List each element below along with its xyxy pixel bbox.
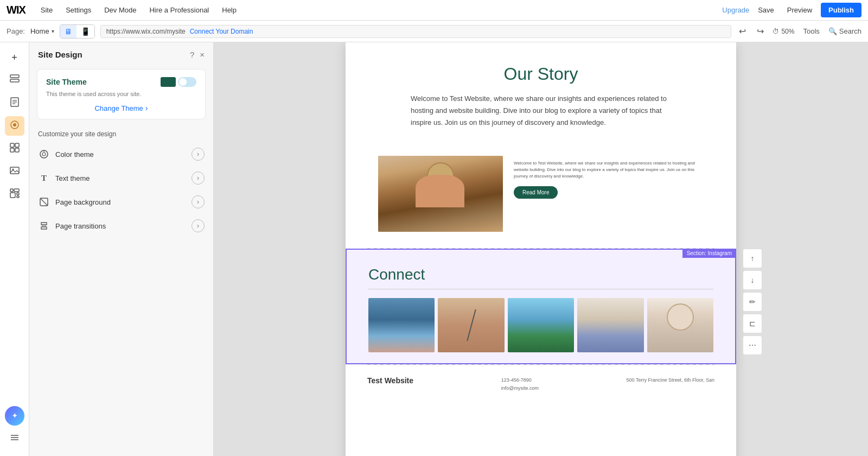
tools-button[interactable]: Tools bbox=[801, 26, 821, 36]
nav-devmode[interactable]: Dev Mode bbox=[102, 6, 138, 14]
apps-button[interactable] bbox=[5, 139, 24, 159]
pencil-icon: ✏ bbox=[749, 297, 756, 306]
layers-button[interactable] bbox=[5, 429, 24, 448]
svg-rect-18 bbox=[17, 196, 19, 198]
site-theme-description: This theme is used across your site. bbox=[46, 90, 196, 98]
mobile-device-button[interactable]: 📱 bbox=[76, 25, 94, 38]
publish-button[interactable]: Publish bbox=[821, 3, 861, 17]
page-name: Home bbox=[30, 27, 49, 35]
svg-marker-28 bbox=[41, 227, 47, 229]
story-text: Welcome to Test Website, where we share … bbox=[411, 93, 671, 129]
site-theme-header: Site Theme bbox=[46, 77, 196, 87]
svg-rect-8 bbox=[10, 143, 14, 147]
instagram-section: Connect bbox=[346, 249, 736, 364]
connect-domain-link[interactable]: Connect Your Domain bbox=[190, 28, 253, 35]
clock-icon: ⏱ bbox=[773, 28, 779, 35]
page-background-option[interactable]: Page background › bbox=[29, 190, 213, 214]
media-button[interactable] bbox=[5, 162, 24, 181]
page-transitions-option[interactable]: Page transitions › bbox=[29, 214, 213, 238]
instagram-section-wrapper: Section: Instagram Connect bbox=[346, 249, 736, 364]
text-theme-label: Text theme bbox=[55, 174, 90, 182]
widgets-icon bbox=[10, 188, 20, 200]
read-more-button[interactable]: Read More bbox=[514, 186, 558, 199]
page-transitions-icon bbox=[38, 220, 50, 232]
svg-rect-17 bbox=[17, 193, 19, 195]
ai-icon: ✦ bbox=[12, 412, 17, 420]
color-theme-option[interactable]: Color theme › bbox=[29, 142, 213, 166]
ai-assistant-button[interactable]: ✦ bbox=[5, 406, 24, 426]
theme-toggle[interactable] bbox=[161, 77, 196, 87]
instagram-photo-5 bbox=[647, 298, 713, 352]
theme-color-swatch bbox=[161, 77, 176, 87]
search-label: Search bbox=[839, 27, 861, 35]
footer-address: 500 Terry Francine Street, 6th Floor, Sa… bbox=[627, 376, 714, 392]
chevron-right-icon: › bbox=[145, 104, 148, 112]
icon-sidebar: + bbox=[0, 42, 29, 456]
search-button[interactable]: 🔍 Search bbox=[828, 27, 861, 35]
change-theme-link[interactable]: Change Theme › bbox=[46, 104, 196, 112]
nav-settings[interactable]: Settings bbox=[63, 6, 93, 14]
canvas-right-controls: ↑ ↓ ✏ ⊏ ⋯ bbox=[743, 249, 762, 355]
edit-section-button[interactable]: ✏ bbox=[743, 292, 762, 312]
widgets-button[interactable] bbox=[5, 185, 24, 204]
page-transitions-arrow[interactable]: › bbox=[192, 219, 205, 232]
color-theme-label: Color theme bbox=[55, 150, 94, 159]
color-theme-left: Color theme bbox=[38, 148, 94, 160]
color-theme-arrow[interactable]: › bbox=[192, 148, 205, 161]
url-bar: https://www.wix.com/mysite Connect Your … bbox=[100, 25, 732, 38]
footer-email: info@mysite.com bbox=[501, 384, 539, 392]
sections-button[interactable] bbox=[5, 71, 24, 90]
search-icon: 🔍 bbox=[828, 27, 837, 35]
redo-button[interactable]: ↪ bbox=[755, 25, 766, 37]
top-navigation: WIX Site Settings Dev Mode Hire a Profes… bbox=[0, 0, 868, 21]
undo-button[interactable]: ↩ bbox=[737, 25, 748, 37]
connect-section: Connect bbox=[347, 250, 735, 363]
instagram-photo-1 bbox=[368, 298, 435, 352]
svg-point-7 bbox=[13, 123, 16, 126]
nav-site[interactable]: Site bbox=[39, 6, 55, 14]
nav-hire[interactable]: Hire a Professional bbox=[147, 6, 211, 14]
connect-title: Connect bbox=[368, 266, 713, 283]
pages-button[interactable] bbox=[5, 93, 24, 113]
desktop-device-button[interactable]: 🖥 bbox=[60, 25, 76, 38]
site-theme-card: Site Theme This theme is used across you… bbox=[37, 69, 206, 119]
theme-toggle-switch[interactable] bbox=[178, 77, 196, 87]
design-button[interactable] bbox=[5, 116, 24, 136]
svg-rect-12 bbox=[10, 167, 19, 174]
story-title: Our Story bbox=[378, 64, 704, 84]
arrow-down-icon: ↓ bbox=[751, 276, 755, 284]
panel-help-button[interactable]: ? bbox=[190, 50, 194, 59]
svg-rect-11 bbox=[15, 148, 19, 152]
move-up-button[interactable]: ↑ bbox=[743, 249, 762, 268]
svg-rect-15 bbox=[14, 189, 19, 192]
svg-point-23 bbox=[42, 153, 46, 156]
apps-icon bbox=[10, 143, 20, 155]
add-elements-button[interactable]: + bbox=[5, 48, 24, 67]
page-selector[interactable]: Home ▾ bbox=[30, 27, 54, 35]
media-icon bbox=[10, 166, 20, 178]
section-settings-button[interactable]: ⊏ bbox=[743, 314, 762, 333]
svg-marker-27 bbox=[41, 223, 47, 225]
svg-rect-1 bbox=[10, 79, 19, 82]
more-options-button[interactable]: ⋯ bbox=[743, 335, 762, 355]
second-toolbar: Page: Home ▾ 🖥 📱 https://www.wix.com/mys… bbox=[0, 21, 868, 42]
nav-help[interactable]: Help bbox=[220, 6, 239, 14]
save-button[interactable]: Save bbox=[754, 4, 778, 16]
text-theme-arrow[interactable]: › bbox=[192, 172, 205, 185]
svg-line-26 bbox=[40, 198, 48, 206]
page-transitions-label: Page transitions bbox=[55, 222, 106, 230]
wix-logo: WIX bbox=[7, 4, 25, 16]
story-mini-text: Welcome to Test Website, where we share … bbox=[514, 156, 704, 199]
pages-icon bbox=[10, 97, 20, 109]
main-layout: + bbox=[0, 42, 868, 456]
upgrade-button[interactable]: Upgrade bbox=[722, 6, 749, 14]
connect-photos bbox=[368, 298, 713, 352]
preview-button[interactable]: Preview bbox=[783, 4, 816, 16]
page-background-arrow[interactable]: › bbox=[192, 195, 205, 208]
text-theme-option[interactable]: T Text theme › bbox=[29, 166, 213, 190]
panel-close-button[interactable]: × bbox=[200, 50, 205, 59]
move-down-button[interactable]: ↓ bbox=[743, 270, 762, 290]
text-theme-left: T Text theme bbox=[38, 172, 90, 184]
sections-icon bbox=[10, 74, 20, 86]
zoom-control[interactable]: ⏱ 50% bbox=[773, 28, 794, 35]
